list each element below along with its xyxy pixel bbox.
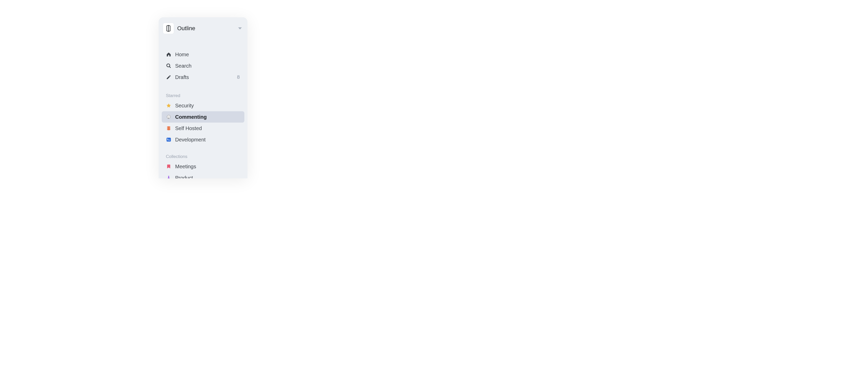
nav-drafts[interactable]: Drafts 8 <box>162 71 244 83</box>
starred-item-label: Security <box>175 103 240 109</box>
starred-item-label: Self Hosted <box>175 126 240 131</box>
collection-item-product[interactable]: Product <box>162 172 244 178</box>
starred-item-label: Development <box>175 137 240 143</box>
nav-search-label: Search <box>175 63 240 69</box>
chevron-down-icon <box>238 27 242 29</box>
home-icon <box>166 51 172 57</box>
workspace-name: Outline <box>177 25 238 32</box>
star-icon <box>166 103 172 108</box>
svg-point-3 <box>168 116 168 117</box>
bookmark-icon <box>166 164 172 169</box>
svg-rect-9 <box>167 138 171 142</box>
drafts-count-badge: 8 <box>237 74 240 80</box>
workspace-switcher[interactable]: Outline <box>161 23 245 34</box>
starred-item-commenting[interactable]: Commenting <box>162 111 244 123</box>
pencil-icon <box>166 74 172 80</box>
collection-item-label: Product <box>175 175 240 179</box>
workspace-logo <box>163 23 174 34</box>
svg-point-0 <box>167 64 170 67</box>
nav-home[interactable]: Home <box>162 49 244 60</box>
outline-logo-icon <box>165 25 172 32</box>
stack-icon <box>166 126 172 131</box>
collections-section-header: Collections <box>161 151 245 161</box>
svg-point-4 <box>168 116 169 117</box>
collection-item-label: Meetings <box>175 164 240 170</box>
search-icon <box>166 63 172 69</box>
chat-bubble-icon <box>166 114 172 120</box>
svg-line-1 <box>169 67 171 68</box>
svg-point-5 <box>169 116 170 117</box>
collection-item-meetings[interactable]: Meetings <box>162 161 244 172</box>
svg-point-8 <box>167 129 170 130</box>
starred-item-label: Commenting <box>175 114 240 120</box>
starred-item-development[interactable]: Development <box>162 134 244 145</box>
svg-point-6 <box>167 127 170 128</box>
starred-section-header: Starred <box>161 91 245 100</box>
primary-nav: Home Search Drafts 8 <box>161 49 245 83</box>
nav-home-label: Home <box>175 51 240 58</box>
flask-icon <box>166 175 172 178</box>
terminal-icon <box>166 137 172 142</box>
svg-point-7 <box>167 128 170 129</box>
nav-drafts-label: Drafts <box>175 74 237 80</box>
sidebar: Outline Home Search <box>159 17 247 178</box>
starred-item-self-hosted[interactable]: Self Hosted <box>162 123 244 134</box>
starred-item-security[interactable]: Security <box>162 100 244 111</box>
nav-search[interactable]: Search <box>162 60 244 71</box>
